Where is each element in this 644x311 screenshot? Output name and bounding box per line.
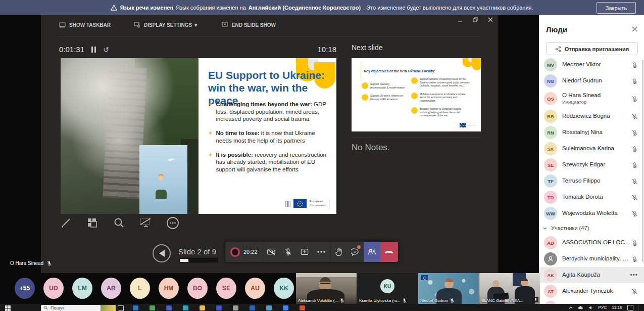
show-desktop-button[interactable] <box>638 304 641 310</box>
black-screen-button[interactable] <box>139 216 153 230</box>
close-window-button[interactable] <box>488 17 493 22</box>
mic-off-icon[interactable] <box>631 96 638 102</box>
previous-slide-button[interactable] <box>153 244 171 262</box>
participant-avatar[interactable]: UD <box>43 278 64 299</box>
participant-row[interactable]: NG Niedorf Gudrun <box>539 73 644 89</box>
camera-off-button[interactable] <box>263 242 279 262</box>
participant-row[interactable]: AP Alexandra Pfohl <box>539 299 644 304</box>
more-options-icon[interactable]: ••• <box>630 272 638 279</box>
mic-off-icon[interactable] <box>631 240 638 246</box>
display-settings-button[interactable]: DISPLAY SETTINGS ▼ <box>134 22 199 28</box>
taskbar-app-icon[interactable] <box>216 305 222 310</box>
taskbar-app-icon[interactable] <box>166 305 172 310</box>
participant-row[interactable]: OS O Hara Sinead Инициатор <box>539 89 644 108</box>
participant-avatar[interactable]: KK <box>274 278 294 299</box>
zoom-slide-button[interactable] <box>113 216 126 230</box>
mic-off-icon[interactable] <box>631 162 638 168</box>
participant-row[interactable]: SK Suleimanova Karina <box>539 141 644 157</box>
banner-language: Английский (Соединенное Королевство) <box>249 5 361 11</box>
participant-avatar[interactable]: LM <box>72 278 92 299</box>
show-participants-button[interactable] <box>364 242 380 262</box>
hang-up-button[interactable] <box>380 242 398 262</box>
participant-avatar[interactable]: AR <box>101 278 121 299</box>
taskbar-app-icon[interactable] <box>300 305 305 310</box>
restart-timer-button[interactable]: ↺ <box>103 46 109 54</box>
mic-off-icon[interactable] <box>631 288 638 295</box>
start-button[interactable] <box>5 305 11 311</box>
mic-off-icon[interactable] <box>631 62 638 68</box>
participant-avatar[interactable]: HM <box>159 278 179 299</box>
mic-off-icon[interactable] <box>631 178 638 185</box>
pen-tool-button[interactable] <box>59 216 72 230</box>
taskbar-app-icon[interactable] <box>283 305 288 310</box>
mic-off-icon[interactable] <box>631 210 638 217</box>
task-view-button[interactable] <box>118 305 124 311</box>
video-tile[interactable]: Niedorf Gudrun <box>418 273 479 304</box>
participant-avatar[interactable]: SE <box>216 278 236 299</box>
participant-row[interactable]: MV Meczner Viktor <box>539 57 644 73</box>
mic-off-icon[interactable] <box>631 194 638 201</box>
participant-row[interactable]: TD Tomalak Dorota <box>539 189 644 205</box>
mic-off-icon[interactable] <box>631 78 638 84</box>
mic-off-icon[interactable] <box>631 256 638 262</box>
language-indicator[interactable]: РУС <box>598 305 607 310</box>
participant-row[interactable]: AK Agita Kaupuža ••• <box>539 267 644 283</box>
share-screen-button[interactable] <box>296 242 313 262</box>
participant-row[interactable]: WW Wojewodzka Wioletta <box>539 205 644 221</box>
volume-icon[interactable] <box>588 305 593 310</box>
chat-notification-dot <box>357 245 361 249</box>
notes-text: No Notes. <box>352 143 390 153</box>
mic-off-icon[interactable] <box>631 113 638 120</box>
see-all-slides-button[interactable] <box>86 216 99 230</box>
participant-row[interactable]: RB Rodziewicz Bogna <box>539 108 644 124</box>
participant-row[interactable]: AT Alexander Tymczuk <box>539 283 644 299</box>
banner-title: Язык речи изменен <box>120 5 173 11</box>
taskbar-app-icon[interactable] <box>250 305 255 310</box>
search-box[interactable]: Пошук <box>41 305 116 311</box>
participant-row[interactable]: TF Terruso Filippo <box>539 173 644 189</box>
mic-off-icon[interactable] <box>631 146 638 152</box>
taskbar-app-icon[interactable] <box>266 305 272 310</box>
scrollbar[interactable] <box>642 60 643 262</box>
mic-off-button[interactable] <box>280 242 296 262</box>
taskbar-app-icon[interactable] <box>233 305 238 310</box>
more-slideshow-options-button[interactable] <box>166 216 179 230</box>
raise-hand-button[interactable] <box>330 242 347 262</box>
end-slide-show-button[interactable]: END SLIDE SHOW <box>222 22 276 28</box>
show-taskbar-button[interactable]: SHOW TASKBAR <box>59 22 111 28</box>
video-tile[interactable]: BLANC Gabriel (NEA... <box>479 273 540 304</box>
taskbar-app-icon[interactable] <box>183 305 188 310</box>
news-widget-thumbnail[interactable] <box>101 305 116 311</box>
taskbar-app-icon[interactable] <box>200 305 205 310</box>
next-slide-thumbnail[interactable]: Key objectives of the new Ukraine Facili… <box>352 58 481 131</box>
next-slide-item: Support Ukraine's reforms on the way to … <box>362 94 406 101</box>
taskbar-app-icon[interactable] <box>150 305 155 310</box>
participant-avatar[interactable]: AU <box>245 278 265 299</box>
participant-name: O Hara Sinead <box>562 92 631 99</box>
participant-avatar[interactable]: BO <box>187 278 208 299</box>
restore-button[interactable] <box>473 17 478 22</box>
participant-row[interactable]: RN Rosstalnyj Nina <box>539 124 644 141</box>
participant-avatar[interactable]: L <box>130 278 150 299</box>
people-panel-title: Люди <box>546 25 567 34</box>
notification-center-icon[interactable] <box>627 305 633 310</box>
chat-button[interactable] <box>347 242 364 262</box>
video-tile[interactable]: Aleksandr Volokitin (... <box>296 273 357 304</box>
onedrive-cloud-icon[interactable] <box>578 306 583 309</box>
tray-expand-icon[interactable] <box>569 306 573 309</box>
taskbar-app-icon[interactable] <box>133 305 138 310</box>
close-banner-button[interactable]: Закрыть <box>597 2 636 14</box>
participant-row[interactable]: AD ASSOCIATION OF LOCAL AUT... <box>539 235 644 251</box>
participant-row[interactable]: SE Szewczyk Edgar <box>539 157 644 173</box>
send-invite-button[interactable]: Отправка приглашения <box>546 42 638 55</box>
mic-off-icon[interactable] <box>631 129 638 136</box>
minimize-button[interactable] <box>458 17 463 22</box>
taskbar-clock[interactable]: 11:18 <box>612 305 622 310</box>
pause-timer-button[interactable] <box>91 47 96 53</box>
video-tile[interactable]: KU Kseniia Ulytovska (ro... <box>357 273 418 304</box>
participant-row[interactable]: Berdychiv municipality, Ukraiine... <box>539 251 644 267</box>
more-actions-button[interactable] <box>313 242 330 262</box>
close-people-panel-button[interactable] <box>632 26 637 32</box>
attendees-section-header[interactable]: Участники (47) <box>539 221 644 235</box>
participant-avatar[interactable]: +55 <box>15 278 35 299</box>
